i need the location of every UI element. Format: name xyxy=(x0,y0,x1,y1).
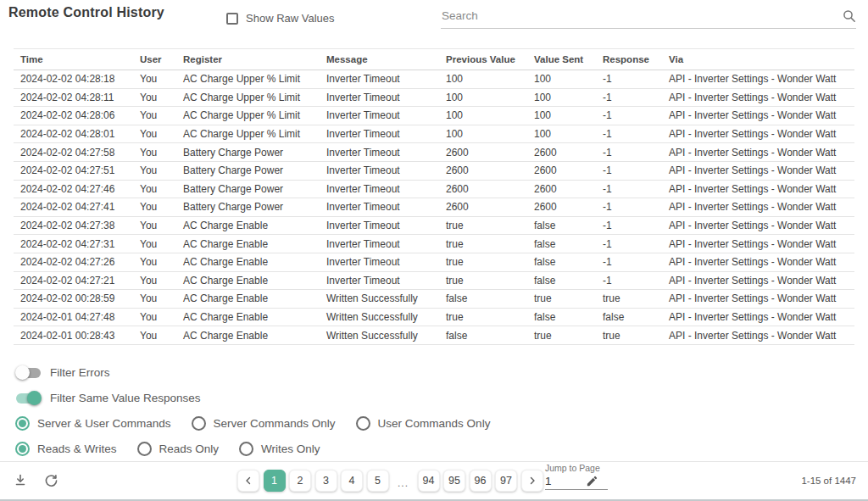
table-row: 2024-02-02 04:27:46YouBattery Charge Pow… xyxy=(14,180,854,198)
table-cell: Inverter Timeout xyxy=(320,253,439,271)
page-button-96[interactable]: 96 xyxy=(470,470,492,492)
filter-same-value-label: Filter Same Value Responses xyxy=(50,392,201,404)
result-range-text: 1-15 of 1447 xyxy=(801,476,856,486)
radio-label: Writes Only xyxy=(261,443,320,455)
table-cell: 100 xyxy=(527,125,596,143)
table-cell: AC Charge Enable xyxy=(176,253,320,271)
table-cell: API - Inverter Settings - Wonder Watt xyxy=(662,161,854,180)
radio-writes-only[interactable]: Writes Only xyxy=(239,442,320,456)
table-cell: 100 xyxy=(439,88,527,107)
table-cell: 2024-02-02 04:28:01 xyxy=(14,125,133,143)
table-cell: You xyxy=(133,235,176,253)
pagination-pages: 12345...94959697 xyxy=(264,470,518,492)
radio-icon[interactable] xyxy=(15,416,30,431)
table-cell: API - Inverter Settings - Wonder Watt xyxy=(662,235,854,253)
table-cell: You xyxy=(133,161,176,180)
search-input[interactable] xyxy=(441,9,843,25)
table-cell: -1 xyxy=(596,107,662,125)
next-page-button[interactable] xyxy=(521,470,543,492)
radio-label: Reads & Writes xyxy=(37,443,117,455)
table-header-row: TimeUserRegisterMessagePrevious ValueVal… xyxy=(14,49,854,70)
radio-server-commands-only[interactable]: Server Commands Only xyxy=(192,416,336,431)
table-cell: 2600 xyxy=(527,180,596,198)
radio-icon[interactable] xyxy=(239,442,253,456)
jump-to-page-field xyxy=(545,475,608,490)
page-button-3[interactable]: 3 xyxy=(315,470,337,492)
table-cell: Written Successfully xyxy=(320,290,439,309)
table-cell: false xyxy=(439,326,527,345)
refresh-button[interactable] xyxy=(42,471,60,489)
page-button-2[interactable]: 2 xyxy=(289,470,311,492)
page-button-95[interactable]: 95 xyxy=(443,470,465,492)
filters-panel: Filter Errors Filter Same Value Response… xyxy=(15,359,490,461)
pagination: 12345...94959697 xyxy=(237,470,543,492)
table-cell: API - Inverter Settings - Wonder Watt xyxy=(662,290,854,309)
radio-reads-only[interactable]: Reads Only xyxy=(137,442,220,456)
table-cell: API - Inverter Settings - Wonder Watt xyxy=(662,216,854,235)
page-button-94[interactable]: 94 xyxy=(418,470,440,492)
toggle-switch-icon[interactable] xyxy=(15,365,42,380)
table-row: 2024-02-02 04:27:41YouBattery Charge Pow… xyxy=(14,198,854,217)
show-raw-values-checkbox[interactable]: Show Raw Values xyxy=(226,12,335,25)
table-cell: API - Inverter Settings - Wonder Watt xyxy=(662,308,854,326)
radio-icon[interactable] xyxy=(137,442,152,456)
table-cell: -1 xyxy=(596,216,662,235)
page-title: Remote Control History xyxy=(8,5,164,20)
radio-label: Server & User Commands xyxy=(37,417,171,430)
checkbox-icon[interactable] xyxy=(226,13,238,25)
table-cell: 2024-02-02 04:27:58 xyxy=(14,143,133,162)
command-source-radio-group: Server & User Commands Server Commands O… xyxy=(15,410,490,436)
table-row: 2024-02-02 04:28:11YouAC Charge Upper % … xyxy=(14,88,854,107)
table-cell: Battery Charge Power xyxy=(176,143,320,162)
table-cell: AC Charge Enable xyxy=(176,308,320,326)
chevron-right-icon xyxy=(528,476,537,485)
table-row: 2024-02-02 04:27:58YouBattery Charge Pow… xyxy=(14,143,854,162)
download-button[interactable] xyxy=(12,472,29,489)
table-cell: Battery Charge Power xyxy=(176,180,320,198)
table-cell: AC Charge Enable xyxy=(176,235,320,253)
radio-icon[interactable] xyxy=(15,442,30,456)
table-cell: Inverter Timeout xyxy=(320,180,439,198)
table-cell: true xyxy=(439,271,527,290)
radio-label: Reads Only xyxy=(159,443,220,455)
radio-server-and-user-commands[interactable]: Server & User Commands xyxy=(15,416,171,431)
table-cell: false xyxy=(596,308,662,326)
jump-to-page-input[interactable] xyxy=(545,475,586,487)
page-button-97[interactable]: 97 xyxy=(495,470,517,492)
table-row: 2024-02-02 04:28:18YouAC Charge Upper % … xyxy=(14,70,854,89)
table-row: 2024-02-02 04:28:01YouAC Charge Upper % … xyxy=(14,125,854,143)
column-header: Time xyxy=(14,49,133,70)
filter-same-value-toggle[interactable]: Filter Same Value Responses xyxy=(15,385,490,410)
table-cell: 2024-02-02 04:27:41 xyxy=(14,198,133,217)
filter-errors-toggle[interactable]: Filter Errors xyxy=(15,359,490,385)
page-button-4[interactable]: 4 xyxy=(341,470,363,492)
previous-page-button[interactable] xyxy=(237,470,259,492)
page-button-1[interactable]: 1 xyxy=(264,470,286,492)
table-cell: Inverter Timeout xyxy=(320,216,439,235)
download-icon xyxy=(14,474,27,487)
table-cell: API - Inverter Settings - Wonder Watt xyxy=(662,180,854,198)
radio-label: User Commands Only xyxy=(378,417,491,430)
page-button-5[interactable]: 5 xyxy=(367,470,389,492)
search-button[interactable] xyxy=(843,9,856,26)
toggle-switch-icon[interactable] xyxy=(15,391,42,405)
table-cell: 2024-02-01 04:27:48 xyxy=(14,308,133,326)
pagination-ellipsis: ... xyxy=(398,477,409,489)
radio-user-commands-only[interactable]: User Commands Only xyxy=(356,416,491,431)
table-cell: -1 xyxy=(596,235,662,253)
edit-pencil-icon[interactable] xyxy=(586,475,598,487)
table-row: 2024-02-02 04:27:26YouAC Charge EnableIn… xyxy=(14,253,854,271)
table-cell: false xyxy=(527,308,596,326)
table-cell: -1 xyxy=(596,161,662,180)
table-row: 2024-02-02 04:27:31YouAC Charge EnableIn… xyxy=(14,235,854,253)
table-cell: -1 xyxy=(596,125,662,143)
radio-icon[interactable] xyxy=(192,416,206,431)
table-cell: 2024-02-02 04:28:11 xyxy=(14,88,133,107)
table-cell: -1 xyxy=(596,88,662,107)
radio-reads-and-writes[interactable]: Reads & Writes xyxy=(15,442,117,456)
table-cell: true xyxy=(439,216,527,235)
radio-icon[interactable] xyxy=(356,416,370,431)
table-cell: Inverter Timeout xyxy=(320,143,439,162)
remote-control-history-page: Remote Control History Show Raw Values T… xyxy=(0,0,868,501)
table-cell: 2024-02-02 04:27:46 xyxy=(14,180,133,198)
